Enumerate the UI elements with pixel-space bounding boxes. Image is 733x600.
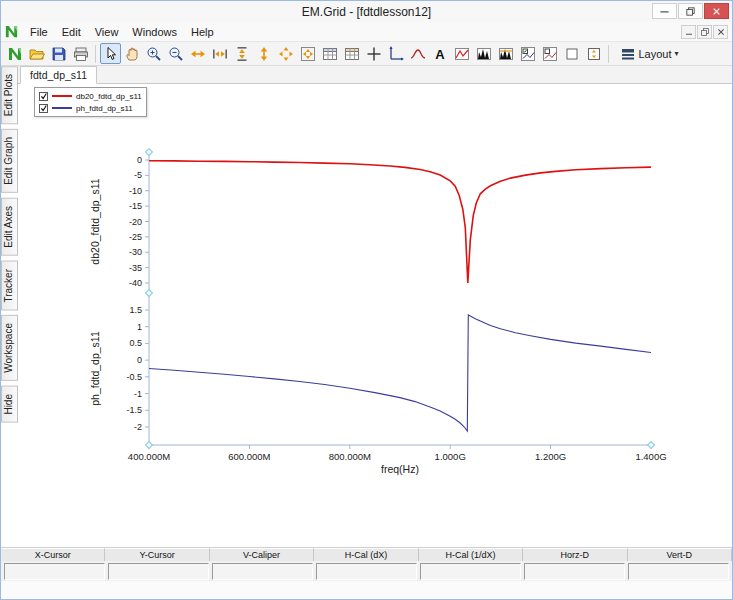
sidebar-tab-edit-axes[interactable]: Edit Axes	[1, 198, 18, 256]
select-cursor-button[interactable]	[100, 43, 121, 64]
check-icon	[40, 92, 47, 100]
plot-properties-button[interactable]	[452, 43, 473, 64]
svg-text:400.000M: 400.000M	[128, 451, 170, 462]
sidebar-tab-edit-plots[interactable]: Edit Plots	[1, 66, 18, 124]
spectrum-icon	[476, 46, 492, 62]
legend-item: ph_fdtd_dp_s11	[39, 102, 142, 114]
plot-canvas[interactable]: 400.000M600.000M800.000M1.000G1.200G1.40…	[18, 84, 732, 547]
subplot-icon	[520, 46, 536, 62]
child-close-button[interactable]	[713, 25, 728, 39]
crosshair-icon	[366, 46, 382, 62]
status-column-label: V-Caliper	[210, 548, 314, 561]
mdi-min-icon	[683, 26, 695, 38]
status-strip	[1, 581, 732, 599]
sidebar-tab-hide[interactable]: Hide	[1, 386, 18, 423]
subplot-button[interactable]	[518, 43, 539, 64]
title-bar[interactable]: EM.Grid - [fdtdlesson12]	[1, 1, 732, 22]
plot-red-icon	[454, 46, 470, 62]
sidebar-tab-workspace[interactable]: Workspace	[1, 315, 18, 381]
save-button[interactable]	[49, 43, 70, 64]
child-minimize-button[interactable]	[681, 25, 696, 39]
legend-checkbox[interactable]	[39, 92, 48, 101]
minimize-button[interactable]	[652, 3, 677, 19]
print-button[interactable]	[71, 43, 92, 64]
add-text-button[interactable]: A	[430, 43, 451, 64]
zoom-in-button[interactable]	[144, 43, 165, 64]
zoom-out-icon	[168, 46, 184, 62]
content-area: fdtd_dp_s11 400.000M600.000M800.000M1.00…	[18, 66, 732, 547]
close-button[interactable]	[704, 3, 729, 19]
legend-checkbox[interactable]	[39, 104, 48, 113]
mdi-restore-icon	[699, 26, 711, 38]
expand-x-button[interactable]	[188, 43, 209, 64]
plot-legend: db20_fdtd_dp_s11ph_fdtd_dp_s11	[34, 87, 147, 117]
checkbox-tool-button[interactable]	[562, 43, 583, 64]
sidebar-tab-edit-graph[interactable]: Edit Graph	[1, 129, 18, 193]
app-logo-icon	[4, 24, 19, 39]
plot-area: 400.000M600.000M800.000M1.000G1.200G1.40…	[18, 84, 732, 547]
menu-bar: FileEditViewWindowsHelp	[1, 22, 732, 41]
zoom-in-icon	[146, 46, 162, 62]
menu-edit[interactable]: Edit	[55, 24, 88, 40]
status-column-label: H-Cal (1/dX)	[419, 548, 523, 561]
fit-x-icon	[212, 46, 228, 62]
new-button[interactable]	[5, 43, 26, 64]
app-window: EM.Grid - [fdtdlesson12] FileEditViewWin…	[0, 0, 733, 600]
menu-file[interactable]: File	[23, 24, 55, 40]
fit-window-button[interactable]	[298, 43, 319, 64]
svg-text:-1.5: -1.5	[126, 405, 142, 415]
layout-label: Layout	[639, 48, 672, 60]
add-marker-button[interactable]	[364, 43, 385, 64]
data-grid-button[interactable]	[320, 43, 341, 64]
menu-view[interactable]: View	[88, 24, 126, 40]
spectrum-button[interactable]	[474, 43, 495, 64]
expand-y-button[interactable]	[254, 43, 275, 64]
layout-dropdown-button[interactable]: Layout▾	[613, 43, 686, 64]
add-trace-button[interactable]	[408, 43, 429, 64]
data-grid-2-button[interactable]	[342, 43, 363, 64]
fit-y-button[interactable]	[232, 43, 253, 64]
sidebar-tab-tracker[interactable]: Tracker	[1, 261, 18, 311]
subplot-2-button[interactable]	[540, 43, 561, 64]
svg-text:-20: -20	[129, 217, 142, 227]
svg-text:1.200G: 1.200G	[535, 451, 566, 462]
status-value-field	[108, 563, 209, 580]
fit-x-button[interactable]	[210, 43, 231, 64]
cursor-icon	[102, 46, 118, 62]
status-bar: X-CursorY-CursorV-CaliperH-Cal (dX)H-Cal…	[1, 547, 732, 599]
spectrum-2-button[interactable]	[496, 43, 517, 64]
svg-text:1.5: 1.5	[129, 305, 142, 315]
win-min-icon	[658, 5, 671, 18]
text-icon: A	[432, 46, 448, 62]
grid-2-icon	[344, 46, 360, 62]
child-restore-button[interactable]	[697, 25, 712, 39]
zoom-out-button[interactable]	[166, 43, 187, 64]
expand-y-icon	[256, 46, 272, 62]
restore-button[interactable]	[678, 3, 703, 19]
status-headers: X-CursorY-CursorV-CaliperH-Cal (dX)H-Cal…	[1, 548, 732, 561]
open-button[interactable]	[27, 43, 48, 64]
pan-button[interactable]	[122, 43, 143, 64]
svg-text:-10: -10	[129, 186, 142, 196]
grid-icon	[322, 46, 338, 62]
legend-line-sample	[52, 95, 72, 97]
status-column-label: H-Cal (dX)	[314, 548, 418, 561]
fit-all-button[interactable]	[276, 43, 297, 64]
autoscale-button[interactable]	[584, 43, 605, 64]
fit-all-icon	[278, 46, 294, 62]
menu-help[interactable]: Help	[184, 24, 221, 40]
spectrum-2-icon	[498, 46, 514, 62]
tab-fdtd-dp-s11[interactable]: fdtd_dp_s11	[20, 66, 97, 84]
svg-text:-40: -40	[129, 278, 142, 288]
trace-icon	[410, 46, 426, 62]
layout-icon	[620, 46, 636, 62]
status-value-field	[316, 563, 417, 580]
menu-windows[interactable]: Windows	[125, 24, 184, 40]
svg-text:ph_fdtd_dp_s11: ph_fdtd_dp_s11	[89, 331, 101, 406]
svg-text:-15: -15	[129, 201, 142, 211]
sidebar: Edit PlotsEdit GraphEdit AxesTrackerWork…	[1, 66, 18, 547]
edit-axes-button[interactable]	[386, 43, 407, 64]
svg-text:0: 0	[137, 155, 142, 165]
svg-text:1.000G: 1.000G	[435, 451, 466, 462]
svg-text:-0.5: -0.5	[126, 372, 142, 382]
